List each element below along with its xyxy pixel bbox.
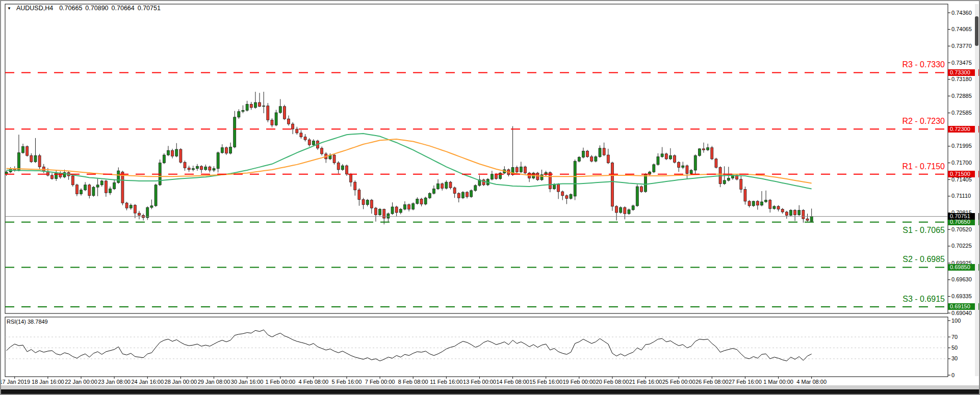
time-axis-label: 1 Mar 00:00 [763, 379, 793, 385]
time-axis-label: 15 Feb 16:00 [529, 379, 562, 385]
time-axis-label: 24 Jan 16:00 [131, 379, 164, 385]
time-axis-label: 1 Feb 00:00 [265, 379, 295, 385]
symbol-period-label: AUDUSD,H4 [16, 5, 53, 12]
price-axis-tick: 0.71110 [951, 193, 971, 199]
time-axis-label: 7 Feb 00:00 [365, 379, 395, 385]
level-label-r1: R1 - 0.7150 [902, 162, 945, 171]
time-axis-label: 5 Feb 16:00 [332, 379, 362, 385]
time-axis-label: 17 Jan 2019 [0, 379, 30, 385]
time-axis-label: 25 Feb 00:00 [662, 379, 695, 385]
chart-canvas[interactable] [1, 1, 980, 395]
rsi-axis-tick: 70 [951, 334, 958, 340]
time-axis-label: 27 Feb 16:00 [729, 379, 762, 385]
chart-window: ▼ AUDUSD,H4 0.70665 0.70890 0.70664 0.70… [0, 0, 980, 395]
price-axis-tick: 0.72885 [951, 93, 972, 99]
time-axis-label: 29 Jan 08:00 [198, 379, 230, 385]
price-axis-tick: 0.70520 [951, 226, 972, 232]
price-axis-tick: 0.71995 [951, 143, 972, 149]
price-axis-tick: 0.69335 [951, 293, 972, 299]
price-axis-tick: 0.71700 [951, 160, 972, 166]
time-axis-label: 30 Jan 16:00 [231, 379, 264, 385]
level-badge-s2: 0.69850 [948, 264, 979, 271]
ohlc-low: 0.70664 [112, 5, 135, 12]
current-price-badge: 0.70751 [948, 213, 979, 220]
time-axis-label: 14 Feb 08:00 [496, 379, 529, 385]
chart-header: ▼ AUDUSD,H4 0.70665 0.70890 0.70664 0.70… [7, 5, 161, 12]
time-axis-label: 21 Feb 16:00 [629, 379, 662, 385]
rsi-axis-tick: 0 [951, 372, 955, 378]
time-axis-label: 22 Jan 00:00 [65, 379, 97, 385]
price-axis-tick: 0.69630 [951, 276, 972, 282]
symbol-dropdown-icon[interactable]: ▼ [7, 6, 11, 11]
window-bottom-edge [1, 389, 979, 394]
time-axis-label: 19 Feb 00:00 [562, 379, 596, 385]
rsi-axis-tick: 30 [951, 355, 958, 361]
time-axis-label: 18 Jan 16:00 [32, 379, 64, 385]
rsi-indicator-label: RSI(14) 38.7849 [7, 319, 48, 325]
time-axis-label: 23 Jan 08:00 [98, 379, 131, 385]
level-badge-s1: 0.70650 [948, 219, 979, 225]
scrollbar-track[interactable] [975, 4, 978, 376]
level-label-s3: S3 - 0.6915 [902, 295, 945, 304]
price-axis-tick: 0.74065 [951, 26, 972, 32]
ohlc-high: 0.70890 [85, 5, 108, 12]
rsi-name: RSI(14) [7, 319, 26, 325]
time-axis-label: 20 Feb 08:00 [596, 379, 629, 385]
price-axis-tick: 0.74360 [951, 10, 972, 16]
time-axis-label: 28 Jan 00:00 [165, 379, 197, 385]
ohlc-open: 0.70665 [59, 5, 82, 12]
time-axis-label: 8 Feb 08:00 [398, 379, 428, 385]
level-label-s2: S2 - 0.6985 [902, 255, 945, 264]
price-axis-tick: 0.73770 [951, 43, 972, 49]
level-label-r2: R2 - 0.7230 [902, 117, 945, 126]
rsi-axis-tick: 50 [951, 345, 958, 351]
time-axis-label: 13 Feb 00:00 [463, 379, 496, 385]
ohlc-close: 0.70751 [138, 5, 161, 12]
scrollbar-thumb[interactable] [975, 16, 978, 46]
price-axis-tick: 0.72585 [951, 110, 972, 116]
time-axis-label: 26 Feb 08:00 [695, 379, 729, 385]
price-axis-tick: 0.70225 [951, 243, 972, 249]
level-label-s1: S1 - 0.7065 [902, 226, 945, 235]
price-axis-tick: 0.73475 [951, 60, 972, 66]
rsi-axis-tick: 100 [951, 318, 961, 324]
time-axis-label: 11 Feb 16:00 [430, 379, 462, 385]
level-badge-r3: 0.73300 [948, 69, 979, 76]
level-badge-r2: 0.72300 [948, 126, 979, 133]
level-label-r3: R3 - 0.7330 [902, 60, 945, 69]
level-badge-r1: 0.71500 [948, 171, 979, 177]
time-axis-label: 4 Feb 08:00 [299, 379, 329, 385]
price-axis-tick: 0.69040 [951, 310, 972, 316]
rsi-value: 38.7849 [28, 319, 48, 325]
time-axis-label: 4 Mar 08:00 [796, 379, 827, 385]
level-badge-s3: 0.69150 [948, 303, 979, 310]
price-axis-tick: 0.73180 [951, 76, 972, 82]
